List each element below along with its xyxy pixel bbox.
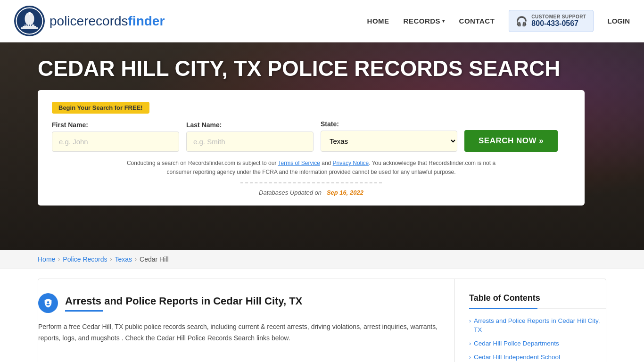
breadcrumb-sep-2: › (110, 256, 112, 263)
support-label: CUSTOMER SUPPORT (531, 14, 586, 19)
state-group: State: AlabamaAlaskaArizonaArkansasCalif… (321, 120, 457, 152)
main-content: Arrests and Police Reports in Cedar Hill… (0, 269, 644, 362)
article-title: Arrests and Police Reports in Cedar Hill… (65, 295, 302, 307)
hero-title: CEDAR HILL CITY, TX POLICE RECORDS SEARC… (38, 57, 606, 81)
article-heading: Arrests and Police Reports in Cedar Hill… (38, 293, 440, 313)
terms-link[interactable]: Terms of Service (278, 160, 320, 166)
article-body: Perform a free Cedar Hill, TX public pol… (38, 321, 440, 344)
breadcrumb-police-records[interactable]: Police Records (63, 255, 107, 263)
free-badge: Begin Your Search for FREE! (52, 102, 149, 114)
toc-list: › Arrests and Police Reports in Cedar Hi… (469, 317, 606, 362)
breadcrumb-home[interactable]: Home (38, 255, 55, 263)
shield-badge-icon (43, 298, 53, 308)
toc-item: › Cedar Hill Police Departments (469, 339, 606, 348)
badge-icon (38, 293, 58, 313)
state-select[interactable]: AlabamaAlaskaArizonaArkansasCaliforniaCo… (321, 131, 457, 152)
db-update-label: Databases Updated on (259, 189, 322, 196)
logo-icon (14, 6, 45, 36)
svg-rect-4 (23, 26, 36, 27)
main-nav: HOME RECORDS ▾ CONTACT 🎧 CUSTOMER SUPPOR… (367, 10, 630, 32)
svg-rect-5 (21, 27, 38, 29)
toc-title: Table of Contents (469, 293, 606, 303)
disclaimer-text: Conducting a search on Recordsfinder.com… (118, 159, 504, 177)
breadcrumb-state[interactable]: Texas (115, 255, 132, 263)
first-name-group: First Name: (52, 121, 179, 152)
article-title-underline (65, 310, 103, 312)
toc-chevron-icon: › (469, 354, 471, 361)
state-label: State: (321, 120, 457, 128)
breadcrumb: Home › Police Records › Texas › Cedar Hi… (0, 250, 644, 269)
dotted-divider (240, 182, 382, 183)
toc-link[interactable]: Cedar Hill Police Departments (474, 339, 559, 348)
breadcrumb-sep-3: › (135, 256, 137, 263)
breadcrumb-current: Cedar Hill (140, 255, 168, 263)
first-name-label: First Name: (52, 121, 179, 129)
toc-chevron-icon: › (469, 318, 471, 324)
last-name-label: Last Name: (186, 121, 314, 129)
nav-records[interactable]: RECORDS ▾ (404, 17, 445, 25)
header: policerecordsfinder HOME RECORDS ▾ CONTA… (0, 0, 644, 42)
logo-text: policerecordsfinder (50, 14, 165, 29)
article-section: Arrests and Police Reports in Cedar Hill… (38, 279, 455, 362)
toc-chevron-icon: › (469, 340, 471, 347)
customer-support-button[interactable]: 🎧 CUSTOMER SUPPORT 800-433-0567 (509, 10, 593, 32)
toc-item: › Arrests and Police Reports in Cedar Hi… (469, 317, 606, 335)
search-button[interactable]: SEARCH NOW » (464, 130, 558, 152)
search-card: Begin Your Search for FREE! First Name: … (38, 90, 585, 206)
toc-section: Table of Contents › Arrests and Police R… (455, 279, 606, 362)
login-button[interactable]: LOGIN (608, 17, 630, 25)
privacy-link[interactable]: Privacy Notice (333, 160, 369, 166)
logo[interactable]: policerecordsfinder (14, 6, 165, 36)
toc-item: › Cedar Hill Independent School (469, 353, 606, 362)
last-name-group: Last Name: (186, 121, 314, 152)
first-name-input[interactable] (52, 132, 179, 152)
support-number: 800-433-0567 (531, 19, 586, 28)
chevron-down-icon: ▾ (442, 18, 445, 24)
last-name-input[interactable] (186, 132, 314, 152)
nav-home[interactable]: HOME (367, 17, 389, 25)
db-update: Databases Updated on Sep 16, 2022 (52, 189, 570, 196)
headphone-icon: 🎧 (516, 16, 528, 27)
toc-link[interactable]: Cedar Hill Independent School (474, 353, 560, 362)
db-update-date: Sep 16, 2022 (327, 189, 363, 196)
toc-divider (469, 308, 606, 309)
hero-section: CEDAR HILL CITY, TX POLICE RECORDS SEARC… (0, 42, 644, 250)
svg-rect-10 (29, 12, 30, 15)
breadcrumb-sep-1: › (58, 256, 60, 263)
search-form: First Name: Last Name: State: AlabamaAla… (52, 120, 570, 152)
toc-link[interactable]: Arrests and Police Reports in Cedar Hill… (474, 317, 606, 335)
nav-contact[interactable]: CONTACT (459, 17, 495, 25)
